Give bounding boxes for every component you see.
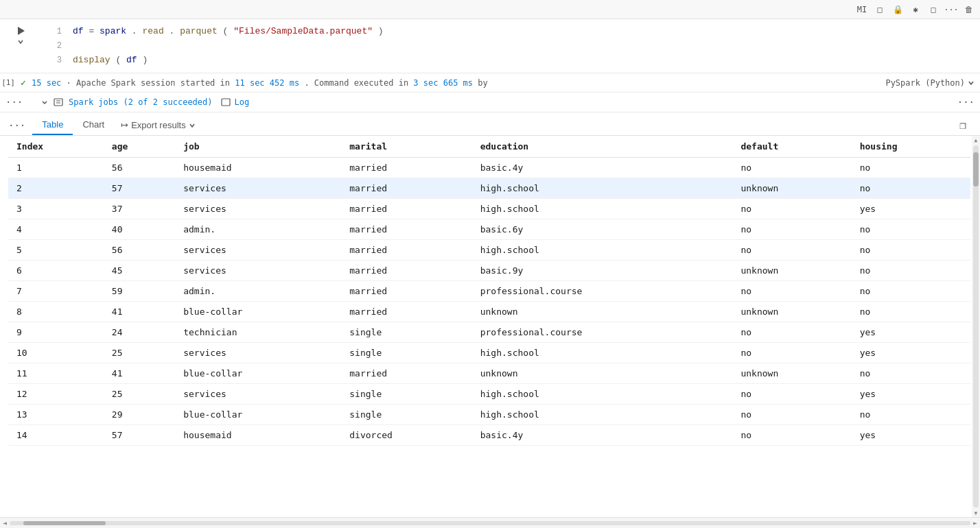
horizontal-scrollbar[interactable]: ◄ ► [0,517,980,528]
cell-index: 13 [8,405,104,425]
language-indicator: PySpark (Python) [885,78,975,88]
cell-default: no [732,322,851,343]
table-content-area: ▲ ▼ Index age job marital education [0,136,980,517]
table-header: Index age job marital education default … [8,136,970,158]
status-text: 15 sec · Apache Spark session started in… [32,78,488,88]
spark-jobs-link[interactable]: Spark jobs (2 of 2 succeeded) [69,97,213,107]
cell-housing: no [852,363,970,384]
table-row: 645servicesmarriedbasic.9yunknownno [8,261,970,281]
status-check: ✓ [21,77,27,88]
delete-icon[interactable]: 🗑 [964,4,975,15]
col-education: education [472,136,733,158]
svg-marker-0 [18,27,25,35]
cell-age: 25 [104,384,175,405]
cell-housing: yes [852,384,970,405]
cell-default: no [732,158,851,178]
cell-housing: no [852,261,970,281]
cell-education: unknown [472,363,733,384]
expand-table-icon[interactable]: ❐ [954,117,972,133]
cell-gutter [0,19,41,73]
cell-housing: yes [852,322,970,343]
comment-icon[interactable]: □ [928,4,939,15]
cell-default: no [732,240,851,261]
cell-job: services [175,240,341,261]
cell-marital: married [341,363,471,384]
cell-default: unknown [732,302,851,322]
export-results-button[interactable]: ↦ Export results [114,117,202,133]
cell-education: high.school [472,405,733,425]
col-index: Index [8,136,104,158]
cell-job: housemaid [175,425,341,446]
export-icon: ↦ [121,120,128,130]
more-dots-left[interactable]: ··· [5,97,23,108]
cell-housing: yes [852,425,970,446]
cell-index: 3 [8,199,104,219]
cell-job: services [175,384,341,405]
cell-age: 56 [104,158,175,178]
cell-default: unknown [732,363,851,384]
cell-index: 4 [8,219,104,240]
cell-index: 6 [8,261,104,281]
cell-default: no [732,343,851,363]
code-cell: 1 df = spark . read . parquet ( "Files/S… [0,19,980,73]
status-row: [1] ✓ 15 sec · Apache Spark session star… [0,73,980,93]
scrollbar-thumb[interactable] [973,152,979,187]
cell-job: services [175,178,341,199]
more-icon[interactable]: ··· [946,4,957,15]
scroll-down-arrow[interactable]: ▼ [972,509,979,517]
cell-marital: single [341,322,471,343]
table-row: 924techniciansingleprofessional.courseno… [8,322,970,343]
table-row: 257servicesmarriedhigh.schoolunknownno [8,178,970,199]
row-more-icon[interactable]: ··· [957,97,975,108]
code-line-3: 3 display ( df ) [41,53,980,68]
cell-code[interactable]: 1 df = spark . read . parquet ( "Files/S… [41,19,980,73]
table-row: 1329blue-collarsinglehigh.schoolnono [8,405,970,425]
cell-default: unknown [732,261,851,281]
table-row: 156housemaidmarriedbasic.4ynono [8,158,970,178]
cell-marital: single [341,343,471,363]
cell-marital: married [341,158,471,178]
table-row: 1025servicessinglehigh.schoolnoyes [8,343,970,363]
data-table-container[interactable]: Index age job marital education default … [0,136,980,517]
cell-job: services [175,199,341,219]
cell-marital: single [341,384,471,405]
table-body: 156housemaidmarriedbasic.4ynono257servic… [8,158,970,446]
cell-education: basic.4y [472,158,733,178]
cell-housing: no [852,178,970,199]
output-more-icon[interactable]: ··· [8,120,25,131]
table-row: 841blue-collarmarriedunknownunknownno [8,302,970,322]
cell-education: high.school [472,384,733,405]
cell-default: no [732,199,851,219]
asterisk-icon[interactable]: ✱ [910,4,921,15]
h-scrollbar-track [10,521,970,525]
h-scrollbar-thumb[interactable] [23,521,106,525]
cell-marital: married [341,240,471,261]
col-housing: housing [852,136,970,158]
cell-education: high.school [472,199,733,219]
log-link[interactable]: Log [235,97,250,107]
scroll-left-arrow[interactable]: ◄ [0,519,10,527]
col-job: job [175,136,341,158]
data-table: Index age job marital education default … [8,136,970,446]
cell-index: 2 [8,178,104,199]
col-default: default [732,136,851,158]
cell-education: high.school [472,240,733,261]
cell-age: 41 [104,302,175,322]
tab-table[interactable]: Table [32,115,73,135]
cell-job: services [175,261,341,281]
collapse-button[interactable] [17,38,24,45]
scroll-right-arrow[interactable]: ► [970,519,980,527]
cell-marital: divorced [341,425,471,446]
mi-icon[interactable]: MI [856,4,867,15]
run-button[interactable] [16,26,25,36]
screen-icon[interactable]: □ [874,4,885,15]
cell-marital: married [341,261,471,281]
tab-chart[interactable]: Chart [73,115,114,135]
cell-index: 1 [8,158,104,178]
cell-index: 12 [8,384,104,405]
spark-jobs-row: ··· Spark jobs (2 of 2 succeeded) Log ··… [0,93,980,112]
vertical-scrollbar[interactable]: ▲ ▼ [972,136,980,517]
scroll-up-arrow[interactable]: ▲ [972,136,979,144]
lock-icon[interactable]: 🔒 [892,4,903,15]
cell-age: 56 [104,240,175,261]
